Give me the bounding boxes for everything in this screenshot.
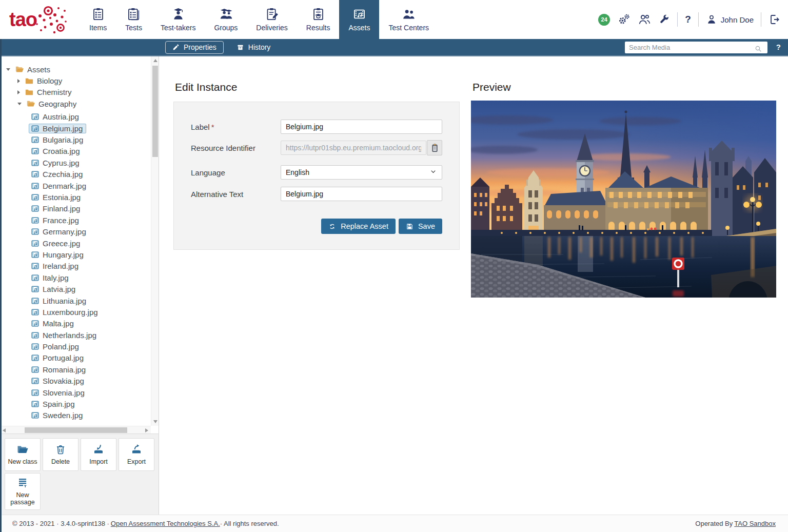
alternative-text-input[interactable] [281,187,442,201]
tree-item-france[interactable]: France.jpg [3,214,151,226]
media-file-icon [31,204,40,213]
action-delete-button[interactable]: Delete [43,438,78,471]
label-field-label: Label* [191,123,214,131]
media-file-icon [31,331,40,340]
tree-item-geography[interactable]: Geography [3,98,151,109]
scroll-down-arrow[interactable] [153,420,157,423]
tree-item-belgium[interactable]: Belgium.jpg [3,123,151,134]
tree-item-label: Spain.jpg [43,400,75,408]
tree-item-denmark[interactable]: Denmark.jpg [3,180,151,191]
alternative-text-label: Alternative Text [191,190,243,199]
tree-item-label: Bulgaria.jpg [43,135,83,144]
media-file-icon [31,250,40,259]
tree-item-label: Slovakia.jpg [43,377,84,385]
label-field-input[interactable] [281,120,442,134]
replace-asset-button[interactable]: Replace Asset [321,219,396,234]
scroll-left-arrow[interactable] [3,428,6,432]
main-content: Edit Instance Preview Label* Resource Id… [160,56,788,515]
tree-item-luxembourg[interactable]: Luxembourg.jpg [3,306,151,318]
tree-item-czechia[interactable]: Czechia.jpg [3,169,151,180]
resource-identifier-input[interactable] [281,141,426,155]
horizontal-scroll-thumb[interactable] [25,427,127,433]
tab-results[interactable]: Results [297,0,340,39]
tree-vertical-scrollbar[interactable] [151,56,159,426]
tab-deliveries[interactable]: Deliveries [247,0,297,39]
tree-item-bulgaria[interactable]: Bulgaria.jpg [3,134,151,145]
resource-identifier-label: Resource Identifier [191,144,255,152]
search-help-button[interactable]: ? [776,43,781,51]
tree-item-lithuania[interactable]: Lithuania.jpg [3,295,151,306]
left-edge-strip [0,39,2,532]
footer-operator-link[interactable]: TAO Sandbox [734,520,776,527]
caret-right-icon[interactable] [17,79,20,83]
media-file-icon [31,170,40,179]
users-icon [638,13,651,26]
tab-assets[interactable]: Assets [339,0,379,39]
tree-item-croatia[interactable]: Croatia.jpg [3,146,151,157]
tree-item-sweden[interactable]: Sweden.jpg [3,410,151,421]
tab-items[interactable]: Items [80,0,116,39]
tree-item-finland[interactable]: Finland.jpg [3,203,151,214]
tree-item-italy[interactable]: Italy.jpg [3,272,151,283]
search-media-input[interactable] [625,42,767,53]
action-export-button[interactable]: Export [119,438,154,471]
copy-icon [430,143,440,153]
tab-test-centers[interactable]: Test Centers [379,0,438,39]
tao-logo[interactable]: tao [9,4,70,35]
footer-org-link[interactable]: Open Assessment Technologies S.A. [111,520,220,527]
vertical-scroll-thumb[interactable] [152,66,158,157]
tree-item-cyprus[interactable]: Cyprus.jpg [3,157,151,168]
tree-item-chemistry[interactable]: Chemistry [3,87,151,98]
tree-item-label: Finland.jpg [43,204,80,213]
action-new-class-button[interactable]: New class [5,438,41,471]
notifications-badge[interactable]: 24 [598,14,610,26]
action-import-button[interactable]: Import [81,438,116,471]
tree-item-label: Lithuania.jpg [43,297,86,305]
tab-groups[interactable]: Groups [205,0,247,39]
resource-tree: AssetsBiologyChemistryGeographyAustria.j… [0,56,151,426]
tab-test-takers[interactable]: Test-takers [151,0,205,39]
caret-down-icon[interactable] [6,68,10,71]
save-icon [406,223,413,230]
scroll-right-arrow[interactable] [145,428,148,432]
tree-item-label: France.jpg [43,216,79,225]
graduates-icon [219,7,233,21]
tree-item-latvia[interactable]: Latvia.jpg [3,283,151,294]
properties-button[interactable]: Properties [165,41,224,54]
media-file-icon [31,308,40,317]
language-select[interactable]: English [281,165,442,180]
tree-item-label: Chemistry [37,88,72,96]
tab-tests[interactable]: Tests [116,0,151,39]
copy-identifier-button[interactable] [427,140,442,155]
tree-item-netherlands[interactable]: Netherlands.jpg [3,329,151,341]
scroll-up-arrow[interactable] [153,59,157,62]
import-icon [92,443,105,456]
tree-item-greece[interactable]: Greece.jpg [3,238,151,249]
tree-item-biology[interactable]: Biology [3,75,151,86]
tree-item-hungary[interactable]: Hungary.jpg [3,249,151,260]
tree-item-spain[interactable]: Spain.jpg [3,398,151,409]
user-menu[interactable]: John Doe [706,14,754,25]
help-button[interactable]: ? [685,14,691,25]
history-button[interactable]: History [230,41,278,54]
caret-right-icon[interactable] [17,90,20,94]
tree-item-malta[interactable]: Malta.jpg [3,318,151,329]
caret-down-icon[interactable] [17,103,22,105]
tree-item-germany[interactable]: Germany.jpg [3,226,151,237]
tree-item-ireland[interactable]: Ireland.jpg [3,261,151,272]
tree-item-austria[interactable]: Austria.jpg [3,111,151,123]
action-new-passage-button[interactable]: New passage [5,473,41,510]
tree-horizontal-scrollbar[interactable] [0,426,151,434]
save-button[interactable]: Save [399,219,442,234]
media-file-icon [31,147,40,155]
tree-item-estonia[interactable]: Estonia.jpg [3,191,151,203]
graduate-icon [171,7,185,21]
tab-label: Test-takers [161,24,195,32]
tree-item-slovenia[interactable]: Slovenia.jpg [3,387,151,398]
tree-item-poland[interactable]: Poland.jpg [3,341,151,352]
tree-item-romania[interactable]: Romania.jpg [3,364,151,375]
search-icon [754,45,762,53]
tree-item-slovakia[interactable]: Slovakia.jpg [3,376,151,387]
tree-item-portugal[interactable]: Portugal.jpg [3,352,151,364]
tree-item-assets-root[interactable]: Assets [3,64,151,75]
